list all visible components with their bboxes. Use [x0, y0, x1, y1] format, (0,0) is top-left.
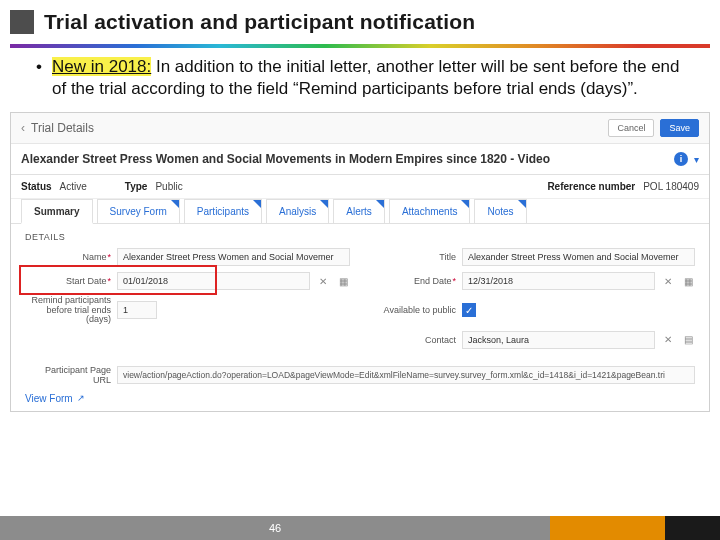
tab-label: Attachments	[402, 206, 458, 217]
title-input[interactable]: Alexander Street Press Women and Social …	[462, 248, 695, 266]
record-title: Alexander Street Press Women and Social …	[21, 152, 550, 166]
view-form-label: View Form	[25, 393, 73, 404]
tab-participants[interactable]: Participants	[184, 199, 262, 223]
ref-label: Reference number	[547, 181, 635, 192]
tab-attachments[interactable]: Attachments	[389, 199, 471, 223]
status-label: Status	[21, 181, 52, 192]
view-form-link[interactable]: View Form ↗	[11, 385, 709, 412]
title-label: Title	[370, 252, 456, 262]
info-icon[interactable]: i	[674, 152, 688, 166]
name-input[interactable]: Alexander Street Press Women and Social …	[117, 248, 350, 266]
embedded-screenshot: ‹ Trial Details Cancel Save Alexander St…	[10, 112, 710, 412]
screenshot-header: ‹ Trial Details Cancel Save	[11, 113, 709, 144]
tab-label: Participants	[197, 206, 249, 217]
back-chevron-icon[interactable]: ‹	[21, 121, 25, 135]
bullet-dot: •	[36, 56, 52, 100]
cancel-button[interactable]: Cancel	[608, 119, 654, 137]
calendar-icon[interactable]: ▦	[681, 276, 695, 287]
status-value: Active	[60, 181, 87, 192]
end-date-input[interactable]: 12/31/2018	[462, 272, 655, 290]
tab-corner-icon	[376, 200, 384, 208]
contact-label: Contact	[370, 335, 456, 345]
start-date-label: Start Date	[25, 276, 111, 286]
ppu-input[interactable]: view/action/pageAction.do?operation=LOAD…	[117, 366, 695, 384]
list-icon[interactable]: ▤	[681, 334, 695, 345]
footer: 46	[0, 516, 720, 540]
footer-black	[665, 516, 720, 540]
tab-corner-icon	[171, 200, 179, 208]
tab-summary[interactable]: Summary	[21, 199, 93, 224]
tab-corner-icon	[461, 200, 469, 208]
tab-analysis[interactable]: Analysis	[266, 199, 329, 223]
slide-title: Trial activation and participant notific…	[44, 10, 475, 34]
tab-corner-icon	[253, 200, 261, 208]
external-link-icon: ↗	[77, 393, 85, 403]
tab-notes[interactable]: Notes	[474, 199, 526, 223]
chevron-down-icon[interactable]: ▾	[694, 154, 699, 165]
start-date-input[interactable]: 01/01/2018	[117, 272, 310, 290]
tab-corner-icon	[518, 200, 526, 208]
tab-survey-form[interactable]: Survey Form	[97, 199, 180, 223]
clear-icon[interactable]: ✕	[661, 276, 675, 287]
tabs: Summary Survey Form Participants Analysi…	[11, 199, 709, 224]
meta-row: StatusActive TypePublic Reference number…	[11, 175, 709, 199]
type-label: Type	[125, 181, 148, 192]
page-number: 46	[269, 522, 281, 534]
tab-alerts[interactable]: Alerts	[333, 199, 385, 223]
available-to-public-label: Available to public	[370, 305, 456, 315]
clear-icon[interactable]: ✕	[316, 276, 330, 287]
title-square	[10, 10, 34, 34]
tab-label: Notes	[487, 206, 513, 217]
calendar-icon[interactable]: ▦	[336, 276, 350, 287]
name-label: Name	[25, 252, 111, 262]
tab-label: Alerts	[346, 206, 372, 217]
bullet-item: • New in 2018: In addition to the initia…	[36, 56, 696, 100]
ppu-label: Participant Page URL	[25, 365, 111, 385]
available-to-public-checkbox[interactable]: ✓	[462, 303, 476, 317]
end-date-label: End Date	[370, 276, 456, 286]
ref-value: POL 180409	[643, 181, 699, 192]
footer-orange	[550, 516, 665, 540]
clear-icon[interactable]: ✕	[661, 334, 675, 345]
rainbow-divider	[10, 44, 710, 48]
tab-label: Survey Form	[110, 206, 167, 217]
type-value: Public	[155, 181, 182, 192]
save-button[interactable]: Save	[660, 119, 699, 137]
remind-label: Remind participants before trial ends (d…	[25, 296, 111, 324]
breadcrumb[interactable]: Trial Details	[31, 121, 94, 135]
remind-input[interactable]: 1	[117, 301, 157, 319]
tab-label: Analysis	[279, 206, 316, 217]
bullet-highlight: New in 2018:	[52, 57, 151, 76]
tab-corner-icon	[320, 200, 328, 208]
contact-input[interactable]: Jackson, Laura	[462, 331, 655, 349]
section-label: DETAILS	[11, 224, 709, 244]
